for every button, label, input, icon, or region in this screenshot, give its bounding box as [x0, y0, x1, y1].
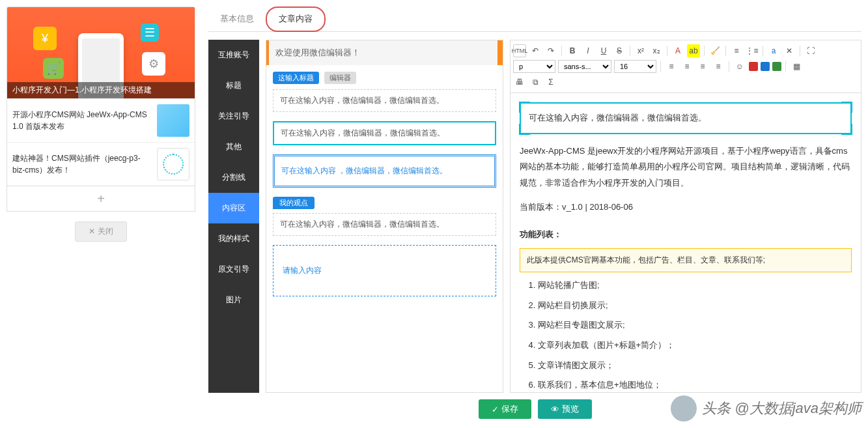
list-item-text: 开源小程序CMS网站 JeeWx-App-CMS 1.0 首版本发布 [12, 109, 152, 132]
emoji-button[interactable]: ☺ [733, 60, 746, 73]
ul-button[interactable]: ⋮≡ [746, 44, 759, 57]
paragraph-select[interactable]: p [513, 60, 555, 73]
tabs: 基本信息 文章内容 [208, 7, 861, 32]
template-opinion[interactable]: 我的观点 可在这输入内容，微信编辑器，微信编辑首选。 [273, 197, 496, 236]
main-panel: 基本信息 文章内容 互推账号标题关注引导其他分割线内容区我的样式原文引导图片 欢… [202, 0, 868, 428]
version-line: 当前版本：v_1.0 | 2018-06-06 [520, 199, 852, 216]
template-column: 欢迎使用微信编辑器！ 这输入标题 编辑器 可在这输入内容，微信编辑器，微信编辑首… [266, 40, 503, 393]
table-button[interactable]: ▦ [790, 60, 803, 73]
template-dashed[interactable]: 请输入内容 [273, 245, 496, 296]
underline-button[interactable]: U [597, 44, 610, 57]
color-green-icon[interactable] [772, 62, 781, 71]
rich-editor: HTML ↶ ↷ B I U S x² x₂ A ab [510, 40, 861, 393]
align-right-button[interactable]: ≡ [696, 60, 709, 73]
list-thumb [157, 104, 189, 137]
align-justify-button[interactable]: ≡ [712, 60, 725, 73]
close-button[interactable]: ✕ 关闭 [75, 221, 126, 242]
html-source-button[interactable]: HTML [513, 44, 526, 57]
cart-icon: 🛒 [43, 58, 64, 79]
list-item[interactable]: 开源小程序CMS网站 JeeWx-App-CMS 1.0 首版本发布 [7, 98, 195, 142]
opinion-body: 可在这输入内容，微信编辑器，微信编辑首选。 [273, 213, 496, 236]
coin-icon: ¥ [33, 27, 57, 50]
tab-content[interactable]: 文章内容 [266, 7, 326, 32]
bold-button[interactable]: B [566, 44, 579, 57]
welcome-bar: 欢迎使用微信编辑器！ [266, 40, 503, 65]
feature-list: 网站轮播广告图;网站栏目切换展示;网站栏目专题图文展示;文章列表加载（图片+标题… [538, 278, 852, 392]
category-nav-item[interactable]: 互推账号 [208, 40, 259, 70]
list-item-text: 建站神器！CMS网站插件（jeecg-p3-biz-cms）发布！ [12, 152, 152, 176]
app-root: ¥ ☰ 🛒 ⚙ 小程序开发入门—1.小程序开发环境搭建 开源小程序CMS网站 J… [0, 0, 868, 428]
footer-buttons: ✓ 保存 👁 预览 [208, 393, 861, 421]
editor-row: 互推账号标题关注引导其他分割线内容区我的样式原文引导图片 欢迎使用微信编辑器！ … [208, 40, 861, 393]
fontsize-select[interactable]: 16 [614, 60, 656, 73]
fullscreen-button[interactable]: ⛶ [804, 44, 817, 57]
left-panel: ¥ ☰ 🛒 ⚙ 小程序开发入门—1.小程序开发环境搭建 开源小程序CMS网站 J… [0, 0, 202, 428]
feature-title: 功能列表： [520, 227, 852, 243]
ol-button[interactable]: ≡ [730, 44, 743, 57]
tab-basic[interactable]: 基本信息 [208, 7, 266, 31]
feature-list-item: 联系我们，基本信息+地图地位； [538, 377, 852, 392]
category-nav-item[interactable]: 内容区 [208, 193, 259, 223]
category-nav-item[interactable]: 分割线 [208, 162, 259, 193]
category-nav-item[interactable]: 关注引导 [208, 101, 259, 132]
template-highlight[interactable]: 可在这输入内容，微信编辑器，微信编辑首选。 [273, 121, 496, 145]
template-double-border[interactable]: 可在这输入内容 ，微信编辑器，微信编辑首选。 [273, 154, 496, 188]
category-nav-item[interactable]: 其他 [208, 132, 259, 162]
category-nav: 互推账号标题关注引导其他分割线内容区我的样式原文引导图片 [208, 40, 259, 393]
highlight-text: 可在这输入内容，微信编辑器，微信编辑首选。 [529, 113, 707, 122]
subscript-button[interactable]: x₂ [650, 44, 663, 57]
template-plain[interactable]: 可在这输入内容，微信编辑器，微信编辑首选。 [273, 89, 496, 112]
feature-list-item: 网站栏目切换展示; [538, 298, 852, 314]
tag-row: 这输入标题 编辑器 [273, 72, 496, 84]
feature-list-item: 文章列表加载（图片+标题+简介）； [538, 337, 852, 354]
link-button[interactable]: a [767, 44, 780, 57]
opinion-label: 我的观点 [273, 197, 315, 209]
preview-button[interactable]: 👁 预览 [538, 399, 592, 419]
superscript-button[interactable]: x² [634, 44, 647, 57]
print-button[interactable]: 🖶 [513, 76, 526, 89]
feature-list-item: 网站轮播广告图; [538, 278, 852, 294]
font-select[interactable]: sans-s... [558, 60, 611, 73]
feature-list-item: 文章详情图文展示； [538, 358, 852, 374]
editor-tag[interactable]: 编辑器 [324, 72, 356, 84]
title-tag[interactable]: 这输入标题 [273, 72, 319, 84]
clearformat-button[interactable]: 🧹 [708, 44, 721, 57]
editor-toolbar: HTML ↶ ↷ B I U S x² x₂ A ab [511, 40, 861, 93]
undo-button[interactable]: ↶ [529, 44, 542, 57]
feature-list-item: 网站栏目专题图文展示; [538, 317, 852, 334]
article-card: ¥ ☰ 🛒 ⚙ 小程序开发入门—1.小程序开发环境搭建 开源小程序CMS网站 J… [7, 7, 195, 186]
hero-title: 小程序开发入门—1.小程序开发环境搭建 [7, 82, 195, 98]
editor-content[interactable]: 可在这输入内容，微信编辑器，微信编辑首选。 JeeWx-App-CMS 是jee… [511, 93, 861, 392]
save-button[interactable]: ✓ 保存 [479, 399, 531, 419]
category-nav-item[interactable]: 标题 [208, 70, 259, 101]
copy-button[interactable]: ⧉ [529, 76, 542, 89]
align-center-button[interactable]: ≡ [680, 60, 693, 73]
feature-box: 此版本提供CMS官网基本功能，包括广告、栏目、文章、联系我们等; [520, 248, 852, 272]
list-item[interactable]: 建站神器！CMS网站插件（jeecg-p3-biz-cms）发布！ [7, 142, 195, 186]
paragraph: JeeWx-App-CMS 是jeewx开发的小程序网站开源项目，基于小程序we… [520, 143, 852, 192]
remove-button[interactable]: ✕ [783, 44, 796, 57]
template-list: 这输入标题 编辑器 可在这输入内容，微信编辑器，微信编辑首选。 可在这输入内容，… [266, 65, 503, 312]
list-thumb [157, 148, 189, 180]
strike-button[interactable]: S [613, 44, 626, 57]
highlight-box: 可在这输入内容，微信编辑器，微信编辑首选。 [520, 102, 852, 134]
italic-button[interactable]: I [581, 44, 595, 57]
forecolor-button[interactable]: A [671, 44, 684, 57]
gear-icon: ⚙ [142, 52, 165, 76]
add-button[interactable]: + [7, 186, 195, 212]
align-left-button[interactable]: ≡ [665, 60, 678, 73]
formula-button[interactable]: Σ [544, 76, 557, 89]
redo-button[interactable]: ↷ [544, 44, 557, 57]
hero-image[interactable]: ¥ ☰ 🛒 ⚙ 小程序开发入门—1.小程序开发环境搭建 [7, 7, 195, 98]
backcolor-button[interactable]: ab [687, 44, 700, 57]
color-red-icon[interactable] [749, 62, 758, 71]
category-nav-item[interactable]: 图片 [208, 285, 259, 315]
category-nav-item[interactable]: 原文引导 [208, 254, 259, 285]
comment-icon: ☰ [141, 23, 159, 42]
color-blue-icon[interactable] [761, 62, 770, 71]
category-nav-item[interactable]: 我的样式 [208, 223, 259, 254]
